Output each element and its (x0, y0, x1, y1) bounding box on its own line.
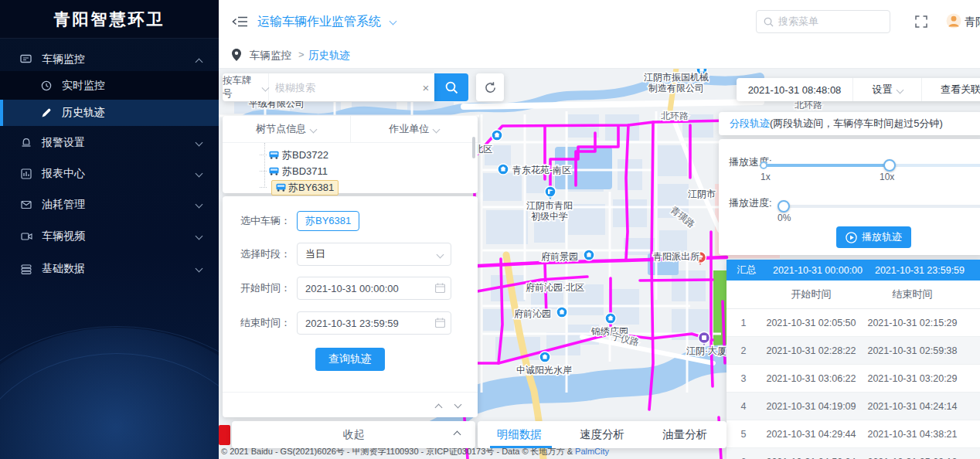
tree-tabs: 树节点信息 作业单位 (223, 116, 478, 143)
segment-note: (两段轨迹间，车辆停车时间超过5分钟) (770, 117, 943, 131)
svg-text:北环路: 北环路 (661, 110, 689, 121)
progress-slider-handle[interactable] (778, 200, 790, 212)
svg-text:青东花苑-南区: 青东花苑-南区 (512, 165, 571, 175)
table-row[interactable]: 6 2021-10-31 04:50:24 2021-10-31 05:09:1… (726, 448, 980, 459)
sidebar-item-vehicle-video[interactable]: 车辆视频 (0, 225, 219, 248)
view-related-button[interactable]: 查看关联 (922, 78, 980, 101)
user-avatar[interactable] (946, 13, 961, 29)
vehicle-tree-panel: 树节点信息 作业单位 苏BD3722 苏BD3711 苏BY63 (223, 116, 478, 193)
speed-max-mark: 10x (880, 172, 894, 182)
sidebar-item-history-track[interactable]: 历史轨迹 (0, 100, 219, 126)
user-name[interactable]: 青阳测试 (965, 15, 980, 29)
progress-slider-rail[interactable] (782, 205, 980, 208)
tab-tree-node-info[interactable]: 树节点信息 (223, 116, 351, 142)
sidebar-item-alarm-settings[interactable]: 报警设置 (0, 131, 219, 155)
scroll-up-icon[interactable] (436, 400, 441, 411)
chevron-down-icon (196, 199, 202, 211)
search-icon (445, 81, 458, 94)
svg-text:府前沁园: 府前沁园 (514, 308, 551, 319)
settings-dropdown[interactable]: 设置 (853, 78, 922, 101)
active-tab-underline (490, 446, 552, 448)
start-time-input[interactable] (297, 277, 451, 300)
sidebar-item-vehicle-monitor[interactable]: 车辆监控 (0, 48, 219, 71)
chevron-down-icon (310, 125, 318, 133)
sidebar-item-report-center[interactable]: 报表中心 (0, 162, 219, 185)
bus-icon (269, 151, 279, 159)
search-filter-label: 按车牌号 (223, 74, 258, 100)
breadcrumb-section[interactable]: 车辆监控 (250, 49, 291, 63)
table-row[interactable]: 3 2021-10-31 03:06:22 2021-10-31 03:20:2… (726, 365, 980, 393)
row-start: 2021-10-31 03:06:22 (761, 373, 862, 384)
clear-search-icon[interactable]: × (417, 81, 434, 94)
location-pin-icon (232, 49, 241, 61)
tree-vehicle-item-selected[interactable]: 苏BY6381 (223, 179, 478, 196)
svg-text:江阴市: 江阴市 (688, 189, 716, 199)
search-icon (764, 17, 774, 27)
start-time-label: 开始时间： (223, 281, 291, 295)
svg-text:初级中学: 初级中学 (531, 211, 568, 222)
tab-work-unit[interactable]: 作业单位 (351, 116, 478, 142)
video-camera-icon (20, 232, 32, 241)
search-button[interactable] (434, 73, 468, 101)
tab-speed-analysis[interactable]: 速度分析 (580, 427, 624, 442)
scroll-down-icon[interactable] (455, 400, 461, 411)
tree-vehicle-item[interactable]: 苏BD3722 (223, 147, 478, 163)
play-track-button[interactable]: 播放轨迹 (836, 226, 911, 248)
sidebar-item-fuel-management[interactable]: 油耗管理 (0, 193, 219, 216)
end-time-input[interactable] (297, 311, 451, 335)
system-title-dropdown[interactable]: 运输车辆作业监管系统 (257, 0, 396, 42)
vehicle-plate: 苏BY6381 (288, 181, 334, 195)
sidebar-item-base-data[interactable]: 基础数据 (0, 257, 219, 280)
row-end: 2021-10-31 04:24:14 (862, 401, 963, 412)
row-index: 1 (726, 318, 761, 328)
fullscreen-icon[interactable] (915, 15, 927, 28)
refresh-button[interactable] (476, 73, 504, 101)
table-row[interactable]: 2 2021-10-31 02:28:22 2021-10-31 02:59:3… (726, 337, 980, 365)
chevron-up-icon (196, 53, 202, 66)
speed-min-mark: 1x (761, 172, 771, 182)
period-select[interactable]: 当日 (297, 243, 451, 266)
bus-icon (276, 183, 286, 192)
collapse-panel-bar[interactable]: 收起 (232, 421, 475, 448)
table-row[interactable]: 1 2021-10-31 02:05:50 2021-10-31 02:15:2… (726, 309, 980, 337)
sidebar: 青阳智慧环卫 车辆监控 实时监控 历史轨迹 报警设置 (0, 0, 219, 459)
sidebar-collapse-icon[interactable] (232, 15, 248, 29)
breadcrumb-separator: > (298, 49, 305, 60)
tree-vehicle-item[interactable]: 苏BD3711 (223, 163, 478, 179)
sidebar-item-realtime-monitor[interactable]: 实时监控 (0, 71, 219, 100)
row-start: 2021-10-31 02:05:50 (761, 318, 862, 328)
tab-fuel-analysis[interactable]: 油量分析 (662, 427, 707, 442)
table-row[interactable]: 4 2021-10-31 04:19:09 2021-10-31 04:24:1… (726, 393, 980, 420)
fuzzy-search-input[interactable] (269, 82, 417, 94)
baidu-map-logo (219, 425, 230, 445)
row-index: 5 (726, 429, 761, 440)
play-icon (846, 232, 857, 243)
tab-detail-data[interactable]: 明细数据 (497, 427, 542, 442)
menu-search-box[interactable]: 搜索菜单 (756, 10, 890, 33)
row-end: 2021-10-31 05:09:12 (862, 457, 963, 459)
search-filter-select[interactable]: 按车牌号 (223, 73, 269, 101)
speed-slider-fill (764, 164, 889, 167)
selected-vehicle-tag[interactable]: 苏BY6381 (297, 211, 359, 231)
speed-slider-handle[interactable] (883, 159, 896, 172)
row-end: 2021-10-31 02:15:29 (862, 318, 963, 328)
bus-icon (269, 167, 279, 175)
tree-scrollbar[interactable] (472, 137, 475, 158)
alarm-bell-icon (20, 138, 32, 148)
svg-text:府前沁园·北区: 府前沁园·北区 (526, 282, 584, 293)
row-index: 4 (726, 401, 761, 412)
sidebar-item-label: 油耗管理 (42, 198, 85, 212)
realtime-clock-icon (40, 80, 53, 91)
chevron-down-icon (196, 230, 202, 243)
calendar-icon (435, 283, 445, 293)
sidebar-item-label: 实时监控 (62, 79, 105, 93)
system-title: 运输车辆作业监管系统 (257, 15, 381, 28)
collapse-label: 收起 (343, 428, 365, 442)
row-index: 6 (726, 457, 761, 459)
history-track-pen-icon (40, 107, 53, 118)
query-track-button[interactable]: 查询轨迹 (315, 348, 385, 371)
table-row[interactable]: 5 2021-10-31 04:29:44 2021-10-31 04:38:2… (726, 420, 980, 448)
bottom-analysis-tabs: 明细数据 速度分析 油量分析 (478, 421, 726, 448)
chevron-down-icon (196, 263, 202, 275)
row-index: 3 (726, 373, 761, 384)
